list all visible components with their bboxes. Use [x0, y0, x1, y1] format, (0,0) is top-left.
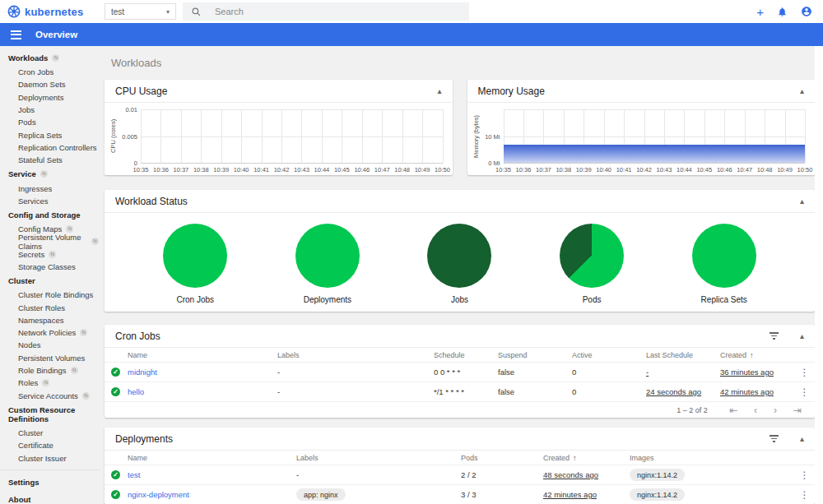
kubernetes-logo[interactable]: kubernetes	[7, 5, 100, 18]
table-row[interactable]: ✓hello-*/1 * * * *false024 seconds ago42…	[105, 381, 815, 401]
memory-usage-card: Memory Usage ▴ Memory (bytes)10 Mi0 Mi10…	[467, 80, 816, 175]
pie-label: Pods	[583, 295, 602, 304]
cron-job-name-link[interactable]: hello	[128, 387, 277, 396]
scrollbar-track[interactable]	[815, 46, 823, 504]
pie-chart	[163, 224, 227, 288]
gridline	[504, 109, 806, 110]
search-bar[interactable]	[183, 2, 469, 21]
column-header-labels[interactable]: Labels	[296, 454, 461, 462]
workload-status-card: Workload Status ▴ Cron JobsDeploymentsJo…	[105, 190, 815, 312]
collapse-arrow-icon[interactable]: ▴	[800, 435, 804, 443]
row-actions-kebab-icon[interactable]: ⋮	[794, 489, 815, 501]
sidebar-item-role-bindings[interactable]: Role BindingsN	[0, 364, 99, 377]
next-page-icon[interactable]: ›	[774, 405, 777, 415]
table-row[interactable]: ✓test-2 / 248 seconds agonginx:1.14.2⋮	[105, 465, 815, 484]
sidebar-item-cluster-roles[interactable]: Cluster Roles	[0, 301, 99, 313]
row-actions-kebab-icon[interactable]: ⋮	[794, 367, 815, 378]
namespaced-badge: N	[42, 379, 49, 386]
x-axis-ticks: 10:3510:3610:3710:3810:3910:4010:4110:42…	[504, 163, 806, 173]
hamburger-menu-icon[interactable]	[8, 28, 24, 42]
sidebar-item-certificate[interactable]: Certificate	[0, 439, 99, 451]
search-input[interactable]	[215, 7, 461, 16]
sidebar-item-ingresses[interactable]: Ingresses	[0, 182, 99, 194]
chevron-down-icon: ▾	[166, 8, 170, 16]
sidebar-item-settings[interactable]: Settings	[0, 474, 99, 491]
sidebar-item-replication-controllers[interactable]: Replication Controllers	[0, 141, 99, 154]
sidebar-item-nodes[interactable]: Nodes	[0, 339, 99, 351]
gridline	[504, 136, 806, 137]
sidebar-section-service: ServiceN	[0, 166, 99, 182]
row-actions-kebab-icon[interactable]: ⋮	[794, 386, 815, 398]
column-header-name[interactable]: Name	[128, 454, 296, 462]
sidebar-item-deployments[interactable]: Deployments	[0, 91, 99, 104]
column-header-created[interactable]: Created↑	[720, 351, 794, 359]
namespace-selector-value: test	[111, 7, 124, 16]
first-page-icon[interactable]: ⇤	[729, 405, 737, 415]
table-header-row: NameLabelsPodsCreated↑Images	[105, 451, 815, 465]
deployment-name-link[interactable]: nginx-deployment	[128, 490, 296, 499]
filter-icon[interactable]	[768, 433, 780, 444]
sidebar-item-pods[interactable]: Pods	[0, 116, 99, 128]
sidebar-item-label: Cluster Role Bindings	[18, 290, 93, 299]
sidebar-item-persistent-volume-claims[interactable]: Persistent Volume ClaimsN	[0, 235, 99, 247]
column-header-last-schedule[interactable]: Last Schedule	[646, 351, 720, 359]
sidebar-item-label: Deployments	[18, 93, 63, 102]
sidebar-section-custom-resource-definitions: Custom Resource Definitions	[0, 402, 99, 427]
account-person-icon[interactable]	[801, 6, 812, 17]
workload-pie-deployments: Deployments	[278, 224, 377, 304]
sidebar-item-persistent-volumes[interactable]: Persistent Volumes	[0, 352, 99, 364]
created-cell: 42 minutes ago	[543, 490, 630, 499]
sidebar-item-cluster[interactable]: Cluster	[0, 427, 99, 439]
collapse-arrow-icon[interactable]: ▴	[800, 87, 804, 95]
column-header-images[interactable]: Images	[630, 454, 794, 462]
row-actions-kebab-icon[interactable]: ⋮	[794, 469, 815, 481]
sidebar-item-namespaces[interactable]: Namespaces	[0, 314, 99, 326]
sidebar-item-stateful-sets[interactable]: Stateful Sets	[0, 154, 99, 166]
column-header-labels[interactable]: Labels	[277, 351, 434, 359]
table-row[interactable]: ✓midnight-0 0 * * *false0-36 minutes ago…	[105, 362, 815, 381]
sidebar-item-jobs[interactable]: Jobs	[0, 104, 99, 116]
create-resource-plus-icon[interactable]: +	[756, 6, 764, 18]
last-page-icon[interactable]: ⇥	[793, 405, 802, 415]
pagination-range: 1 – 2 of 2	[677, 406, 708, 414]
table-row[interactable]: ✓nginx-deploymentapp: nginx3 / 342 minut…	[105, 484, 815, 504]
sidebar-item-label: Replica Sets	[18, 131, 62, 140]
y-tick-label: 0.01	[125, 106, 137, 113]
labels-cell: -	[277, 387, 434, 396]
cron-job-name-link[interactable]: midnight	[128, 368, 277, 377]
sidebar-item-about[interactable]: About	[0, 491, 99, 504]
previous-page-icon[interactable]: ‹	[754, 405, 757, 415]
sidebar-item-roles[interactable]: RolesN	[0, 377, 99, 389]
sidebar-item-label: Network Policies	[18, 328, 76, 337]
x-tick-label: 10:49	[415, 166, 430, 173]
top-header: kubernetes test ▾ +	[0, 0, 823, 23]
sidebar-item-storage-classes[interactable]: Storage Classes	[0, 261, 99, 273]
sidebar-item-network-policies[interactable]: Network PoliciesN	[0, 326, 99, 339]
x-tick-label: 10:36	[516, 166, 532, 173]
namespace-selector[interactable]: test ▾	[105, 3, 176, 20]
column-header-pods[interactable]: Pods	[461, 454, 543, 462]
deployment-name-link[interactable]: test	[128, 470, 296, 479]
sidebar-item-replica-sets[interactable]: Replica Sets	[0, 128, 99, 141]
column-header-schedule[interactable]: Schedule	[434, 351, 498, 359]
gridline	[141, 109, 443, 110]
collapse-arrow-icon[interactable]: ▴	[800, 197, 804, 206]
column-header-active[interactable]: Active	[572, 351, 646, 359]
sidebar-item-cron-jobs[interactable]: Cron Jobs	[0, 66, 99, 78]
sidebar-item-service-accounts[interactable]: Service AccountsN	[0, 390, 99, 402]
column-header-suspend[interactable]: Suspend	[498, 351, 572, 359]
column-header-created[interactable]: Created↑	[543, 454, 630, 462]
sidebar-item-label: Cluster Roles	[18, 303, 65, 312]
sidebar-item-label: Jobs	[18, 105, 35, 114]
sidebar-item-cluster-issuer[interactable]: Cluster Issuer	[0, 451, 99, 464]
column-header-name[interactable]: Name	[128, 351, 277, 359]
sidebar-item-services[interactable]: Services	[0, 195, 99, 207]
sidebar-item-daemon-sets[interactable]: Daemon Sets	[0, 78, 99, 90]
collapse-arrow-icon[interactable]: ▴	[437, 87, 441, 95]
notifications-bell-icon[interactable]	[777, 7, 788, 17]
sidebar-item-label: Daemon Sets	[18, 80, 66, 89]
x-tick-label: 10:44	[314, 166, 330, 173]
collapse-arrow-icon[interactable]: ▴	[800, 332, 804, 340]
sidebar-item-cluster-role-bindings[interactable]: Cluster Role Bindings	[0, 289, 99, 301]
filter-icon[interactable]	[768, 331, 780, 341]
